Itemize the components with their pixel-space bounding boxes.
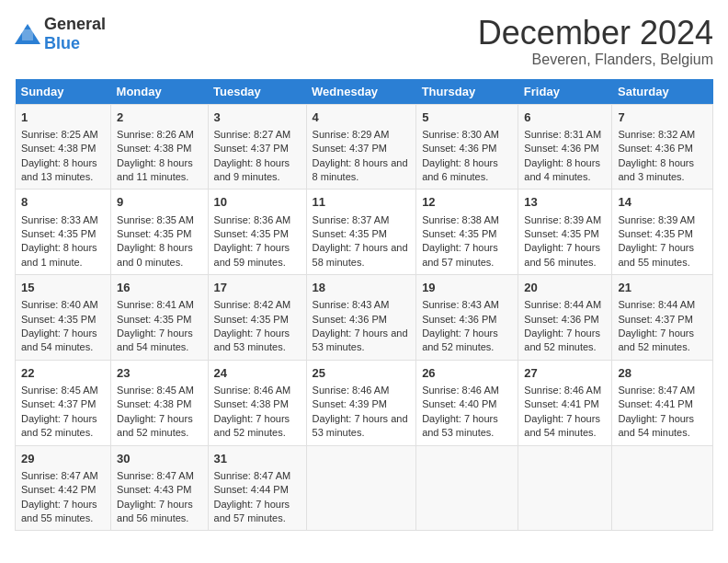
sunset: Sunset: 4:37 PM <box>618 314 692 325</box>
day-number: 15 <box>21 280 105 296</box>
logo-text: General Blue <box>44 15 106 53</box>
day-cell: 14Sunrise: 8:39 AMSunset: 4:35 PMDayligh… <box>612 190 713 275</box>
day-cell: 31Sunrise: 8:47 AMSunset: 4:44 PMDayligh… <box>208 445 306 531</box>
sunrise: Sunrise: 8:35 AM <box>117 214 194 225</box>
daylight: Daylight: 7 hours and 58 minutes. <box>313 242 408 267</box>
day-cell: 13Sunrise: 8:39 AMSunset: 4:35 PMDayligh… <box>518 190 612 275</box>
day-cell: 17Sunrise: 8:42 AMSunset: 4:35 PMDayligh… <box>208 275 306 361</box>
daylight: Daylight: 7 hours and 54 minutes. <box>117 327 193 352</box>
sunset: Sunset: 4:40 PM <box>422 398 496 409</box>
svg-marker-1 <box>22 29 33 40</box>
day-cell: 8Sunrise: 8:33 AMSunset: 4:35 PMDaylight… <box>16 190 111 275</box>
sunset: Sunset: 4:35 PM <box>524 228 598 239</box>
daylight: Daylight: 7 hours and 56 minutes. <box>117 499 193 523</box>
day-number: 8 <box>21 194 105 211</box>
logo-blue: Blue <box>44 34 80 52</box>
sunset: Sunset: 4:41 PM <box>524 398 598 409</box>
daylight: Daylight: 7 hours and 52 minutes. <box>117 413 193 438</box>
day-number: 3 <box>214 109 301 126</box>
sunrise: Sunrise: 8:39 AM <box>618 214 695 225</box>
sunset: Sunset: 4:36 PM <box>524 314 598 325</box>
sunset: Sunset: 4:35 PM <box>214 228 289 239</box>
sunrise: Sunrise: 8:32 AM <box>618 129 695 140</box>
page-subtitle: Beveren, Flanders, Belgium <box>478 52 713 68</box>
day-number: 5 <box>422 109 512 126</box>
header-cell-thursday: Thursday <box>416 79 518 105</box>
day-number: 9 <box>117 194 201 211</box>
title-block: December 2024 Beveren, Flanders, Belgium <box>478 15 713 68</box>
sunset: Sunset: 4:42 PM <box>21 484 96 495</box>
daylight: Daylight: 8 hours and 8 minutes. <box>313 157 408 182</box>
daylight: Daylight: 7 hours and 53 minutes. <box>313 413 408 438</box>
daylight: Daylight: 8 hours and 11 minutes. <box>117 157 193 182</box>
day-number: 23 <box>117 365 201 382</box>
sunset: Sunset: 4:38 PM <box>117 398 191 409</box>
sunset: Sunset: 4:37 PM <box>21 398 96 409</box>
day-cell: 15Sunrise: 8:40 AMSunset: 4:35 PMDayligh… <box>16 275 111 361</box>
sunrise: Sunrise: 8:47 AM <box>618 385 695 396</box>
daylight: Daylight: 7 hours and 55 minutes. <box>21 499 97 523</box>
sunset: Sunset: 4:35 PM <box>422 228 496 239</box>
sunset: Sunset: 4:41 PM <box>618 398 692 409</box>
sunrise: Sunrise: 8:47 AM <box>21 470 98 481</box>
sunset: Sunset: 4:35 PM <box>21 314 96 325</box>
logo-icon <box>15 24 40 44</box>
header-cell-sunday: Sunday <box>16 79 111 105</box>
day-number: 2 <box>117 109 201 126</box>
daylight: Daylight: 7 hours and 54 minutes. <box>618 413 694 438</box>
sunrise: Sunrise: 8:45 AM <box>21 385 98 396</box>
sunset: Sunset: 4:37 PM <box>214 143 289 154</box>
day-number: 22 <box>21 365 105 382</box>
sunrise: Sunrise: 8:42 AM <box>214 299 291 310</box>
daylight: Daylight: 7 hours and 53 minutes. <box>422 413 498 438</box>
logo-general: General <box>44 15 106 33</box>
daylight: Daylight: 7 hours and 52 minutes. <box>524 327 600 352</box>
day-number: 17 <box>214 280 301 296</box>
sunrise: Sunrise: 8:47 AM <box>214 470 291 481</box>
sunrise: Sunrise: 8:46 AM <box>524 385 601 396</box>
day-number: 31 <box>214 451 301 467</box>
sunrise: Sunrise: 8:36 AM <box>214 214 291 225</box>
calendar-header: SundayMondayTuesdayWednesdayThursdayFrid… <box>16 79 713 105</box>
sunset: Sunset: 4:35 PM <box>21 228 96 239</box>
daylight: Daylight: 8 hours and 1 minute. <box>21 242 97 267</box>
day-number: 1 <box>21 109 105 126</box>
day-number: 30 <box>117 451 201 467</box>
sunrise: Sunrise: 8:45 AM <box>117 385 194 396</box>
sunrise: Sunrise: 8:33 AM <box>21 214 98 225</box>
day-number: 29 <box>21 451 105 467</box>
sunset: Sunset: 4:36 PM <box>618 143 692 154</box>
sunrise: Sunrise: 8:38 AM <box>422 214 499 225</box>
day-cell: 26Sunrise: 8:46 AMSunset: 4:40 PMDayligh… <box>416 360 518 445</box>
daylight: Daylight: 8 hours and 9 minutes. <box>214 157 290 182</box>
daylight: Daylight: 7 hours and 52 minutes. <box>618 327 694 352</box>
day-cell: 3Sunrise: 8:27 AMSunset: 4:37 PMDaylight… <box>208 104 306 190</box>
calendar-body: 1Sunrise: 8:25 AMSunset: 4:38 PMDaylight… <box>16 104 713 531</box>
day-cell: 23Sunrise: 8:45 AMSunset: 4:38 PMDayligh… <box>111 360 208 445</box>
sunrise: Sunrise: 8:29 AM <box>313 129 390 140</box>
day-number: 18 <box>313 280 411 296</box>
sunset: Sunset: 4:39 PM <box>313 398 387 409</box>
day-cell: 6Sunrise: 8:31 AMSunset: 4:36 PMDaylight… <box>518 104 612 190</box>
daylight: Daylight: 7 hours and 59 minutes. <box>214 242 290 267</box>
header-cell-monday: Monday <box>111 79 208 105</box>
daylight: Daylight: 8 hours and 6 minutes. <box>422 157 498 182</box>
sunrise: Sunrise: 8:43 AM <box>422 299 499 310</box>
header: General Blue December 2024 Beveren, Flan… <box>15 15 713 68</box>
sunset: Sunset: 4:36 PM <box>524 143 598 154</box>
day-cell <box>416 445 518 531</box>
daylight: Daylight: 7 hours and 52 minutes. <box>21 413 97 438</box>
week-row-3: 15Sunrise: 8:40 AMSunset: 4:35 PMDayligh… <box>16 275 713 361</box>
day-number: 26 <box>422 365 512 382</box>
sunset: Sunset: 4:38 PM <box>117 143 191 154</box>
day-number: 24 <box>214 365 301 382</box>
day-number: 11 <box>313 194 411 211</box>
day-cell: 4Sunrise: 8:29 AMSunset: 4:37 PMDaylight… <box>306 104 416 190</box>
daylight: Daylight: 7 hours and 54 minutes. <box>524 413 600 438</box>
sunrise: Sunrise: 8:37 AM <box>313 214 390 225</box>
header-cell-saturday: Saturday <box>612 79 713 105</box>
day-number: 25 <box>313 365 411 382</box>
day-number: 19 <box>422 280 512 296</box>
week-row-2: 8Sunrise: 8:33 AMSunset: 4:35 PMDaylight… <box>16 190 713 275</box>
day-cell: 29Sunrise: 8:47 AMSunset: 4:42 PMDayligh… <box>16 445 111 531</box>
